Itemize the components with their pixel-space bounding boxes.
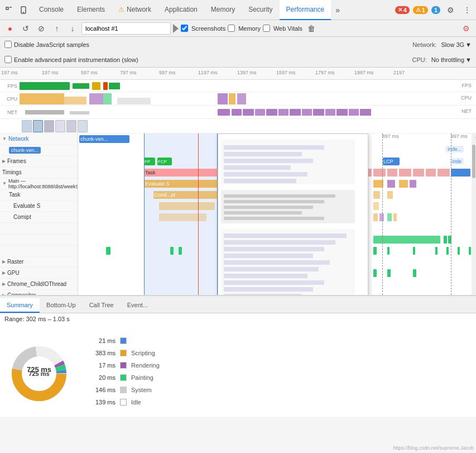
gpu-label-text: GPU xyxy=(7,270,20,276)
svg-text:FCP: FCP xyxy=(158,159,167,164)
flame-label-childio[interactable]: ▶ Chrome_ChildIOThread xyxy=(0,279,78,290)
compile-label-text: Comipt xyxy=(13,214,31,220)
tab-memory[interactable]: Memory xyxy=(204,0,242,20)
svg-rect-84 xyxy=(387,213,392,221)
network-throttle-select[interactable]: Slow 3G ▼ xyxy=(441,41,472,48)
flame-label-compositor[interactable]: ▶ Compositor xyxy=(0,290,78,295)
svg-rect-12 xyxy=(89,93,103,104)
tab-bottom-up[interactable]: Bottom-Up xyxy=(40,298,83,313)
svg-rect-102 xyxy=(387,269,391,277)
svg-rect-113 xyxy=(224,179,296,183)
more-options-icon[interactable]: ⋮ xyxy=(460,3,474,17)
flame-label-network-sub[interactable]: chunk-ven... xyxy=(0,145,78,156)
flame-label-frames[interactable]: ▶ Frames xyxy=(0,156,78,167)
more-tabs-icon[interactable]: » xyxy=(331,3,344,17)
main-arrow: ▼ xyxy=(2,181,7,186)
svg-text:chunk-ven...: chunk-ven... xyxy=(80,136,108,142)
tab-console[interactable]: Console xyxy=(32,0,70,20)
flame-label-task[interactable]: Task xyxy=(0,189,78,201)
donut-area: 725 ms 725 ms xyxy=(0,330,78,417)
tab-performance[interactable]: Performance xyxy=(280,0,331,20)
svg-rect-77 xyxy=(159,202,215,210)
tab-network[interactable]: ⚠ Network xyxy=(112,0,158,20)
screenshot-thumb-1[interactable] xyxy=(22,120,32,132)
element-picker-icon[interactable] xyxy=(2,3,16,17)
warning-triangle-icon: ⚠ xyxy=(118,6,124,13)
refresh-button[interactable]: ↺ xyxy=(19,22,32,35)
warning-badge: ⚠ 1 xyxy=(413,6,428,14)
tab-summary[interactable]: Summary xyxy=(0,298,40,313)
flame-label-main[interactable]: ▼ Main — http://localhost:8088/dist/week… xyxy=(0,178,78,189)
screenshot-thumb-3[interactable] xyxy=(44,120,54,132)
svg-rect-110 xyxy=(224,159,313,163)
address-input[interactable] xyxy=(81,22,171,35)
memory-checkbox[interactable] xyxy=(228,25,235,32)
svg-rect-13 xyxy=(103,93,112,104)
svg-rect-17 xyxy=(237,93,246,104)
svg-rect-87 xyxy=(444,236,447,244)
mobile-icon[interactable] xyxy=(17,3,30,17)
web-vitals-checkbox[interactable] xyxy=(263,25,270,32)
svg-rect-89 xyxy=(106,247,110,255)
svg-rect-115 xyxy=(224,194,335,198)
flame-label-empty-2 xyxy=(0,234,78,245)
web-vitals-checkbox-label[interactable]: Web Vitals xyxy=(263,25,302,32)
flame-label-network[interactable]: ▼ Network xyxy=(0,133,78,145)
svg-rect-31 xyxy=(349,109,359,116)
network-arrow: ▼ xyxy=(2,136,7,141)
screenshot-thumb-5[interactable] xyxy=(66,120,76,132)
screenshots-checkbox[interactable] xyxy=(181,25,188,32)
disable-js-checkbox[interactable] xyxy=(4,41,12,48)
screenshots-checkbox-label[interactable]: Screenshots xyxy=(181,25,225,32)
tab-event-log[interactable]: Event... xyxy=(121,298,155,313)
watermark: https://blog.csdn.net/supreme.Jacob xyxy=(393,445,474,451)
svg-rect-28 xyxy=(313,109,324,116)
flame-label-evaluate[interactable]: Evaluate S xyxy=(0,201,78,212)
childio-label-text: Chrome_ChildIOThread xyxy=(7,281,66,287)
settings-icon[interactable]: ⚙ xyxy=(444,3,457,17)
settings-performance-icon[interactable]: ⚙ xyxy=(459,22,473,35)
download-button[interactable]: ↓ xyxy=(66,22,79,35)
gpu-arrow: ▶ xyxy=(2,270,6,275)
cpu-throttle-select[interactable]: No throttling ▼ xyxy=(431,56,472,63)
svg-rect-109 xyxy=(224,152,302,156)
flame-label-raster[interactable]: ▶ Raster xyxy=(0,256,78,268)
svg-rect-78 xyxy=(159,213,206,221)
tab-elements[interactable]: Elements xyxy=(70,0,112,20)
advanced-paint-checkbox[interactable] xyxy=(4,56,12,63)
screenshot-thumb-6[interactable] xyxy=(78,120,88,132)
record-button[interactable]: ● xyxy=(3,22,17,35)
clear-recording-button[interactable]: ⊘ xyxy=(35,22,48,35)
svg-text:LCP: LCP xyxy=(383,159,393,164)
color-box-rendering xyxy=(120,362,127,369)
flame-scrollbar[interactable] xyxy=(472,133,476,295)
tab-icons-group xyxy=(2,3,30,17)
flame-label-timings[interactable]: Timings xyxy=(0,167,78,178)
tab-application[interactable]: Application xyxy=(158,0,204,20)
fps-right-label: FPS xyxy=(461,83,472,88)
advanced-paint-label[interactable]: Enable advanced paint instrumentation (s… xyxy=(4,56,138,63)
stats-row-scripting: 383 ms Scripting xyxy=(85,347,469,359)
stats-row-painting: 20 ms Painting xyxy=(85,371,469,384)
tick-197b: 197 ms xyxy=(42,70,59,75)
svg-rect-124 xyxy=(224,254,313,258)
tab-call-tree[interactable]: Call Tree xyxy=(83,298,121,313)
flame-scrollbar-thumb[interactable] xyxy=(472,145,475,178)
upload-button[interactable]: ↑ xyxy=(50,22,64,35)
popup-svg xyxy=(218,134,368,295)
memory-checkbox-label[interactable]: Memory xyxy=(228,25,261,32)
svg-rect-119 xyxy=(224,217,324,220)
svg-text:Comil...pt: Comil...pt xyxy=(154,192,176,198)
disable-js-label[interactable]: Disable JavaScript samples xyxy=(4,41,89,48)
clear-icon[interactable]: 🗑 xyxy=(305,22,318,35)
flame-label-gpu[interactable]: ▶ GPU xyxy=(0,268,78,279)
stats-row-rendering: 17 ms Rendering xyxy=(85,359,469,371)
tab-security[interactable]: Security xyxy=(242,0,279,20)
flame-label-compile[interactable]: Comipt xyxy=(0,212,78,223)
tick-1997: 1997 ms xyxy=(354,70,374,75)
svg-rect-20 xyxy=(218,109,230,116)
compositor-label-text: Compositor xyxy=(7,292,36,295)
svg-rect-16 xyxy=(229,93,235,104)
screenshot-thumb-2[interactable] xyxy=(33,120,43,132)
screenshot-thumb-4[interactable] xyxy=(55,120,65,132)
